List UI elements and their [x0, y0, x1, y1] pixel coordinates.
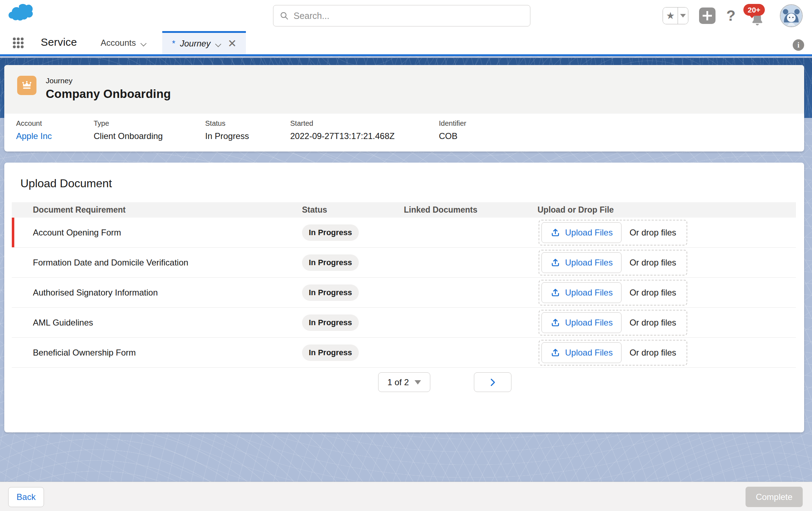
column-status: Status — [302, 205, 404, 215]
document-name: Formation Date and Domicile Verification — [12, 258, 302, 268]
header-actions: ★ ? 20+ — [663, 0, 803, 31]
document-table-body: Account Opening Form In Progress Upload … — [12, 218, 796, 368]
upload-icon — [550, 258, 560, 268]
tab-accounts-label: Accounts — [100, 38, 136, 48]
status-cell: In Progress — [302, 284, 404, 301]
field-value: COB — [439, 131, 804, 141]
upload-files-button[interactable]: Upload Files — [541, 222, 622, 243]
pagination: 1 of 2 — [4, 372, 804, 392]
field-label: Started — [290, 119, 439, 128]
upload-files-button[interactable]: Upload Files — [541, 312, 622, 333]
document-table: Document Requirement Status Linked Docum… — [12, 202, 796, 368]
column-document-requirement: Document Requirement — [12, 205, 302, 215]
document-name: AML Guidelines — [12, 318, 302, 328]
field-label: Account — [16, 119, 94, 128]
status-badge: In Progress — [302, 254, 359, 271]
field-type: Type Client Onboarding — [94, 119, 205, 141]
upload-cell: Upload Files Or drop files — [538, 220, 796, 245]
field-started: Started 2022-09-27T13:17:21.468Z — [290, 119, 439, 141]
tab-accounts[interactable]: Accounts — [91, 31, 157, 54]
drop-zone[interactable]: Upload Files Or drop files — [539, 280, 687, 306]
document-name: Beneficial Ownership Form — [12, 348, 302, 358]
next-page-button[interactable] — [474, 372, 511, 392]
global-search — [273, 5, 530, 26]
global-actions-plus-button[interactable] — [699, 8, 716, 24]
drop-zone[interactable]: Upload Files Or drop files — [539, 250, 687, 276]
status-cell: In Progress — [302, 224, 404, 241]
status-badge: In Progress — [302, 224, 359, 241]
footer-bar: Back Complete — [0, 482, 812, 511]
field-account: Account Apple Inc — [16, 119, 94, 141]
upload-files-button[interactable]: Upload Files — [541, 342, 622, 363]
table-row: AML Guidelines In Progress Upload Files … — [12, 308, 796, 338]
favorites-group: ★ — [663, 7, 688, 24]
record-title: Company Onboarding — [46, 87, 171, 101]
status-badge: In Progress — [302, 344, 359, 361]
drop-files-label: Or drop files — [629, 258, 676, 268]
document-name: Account Opening Form — [12, 228, 302, 238]
favorites-dropdown-button[interactable] — [678, 8, 688, 24]
field-status: Status In Progress — [205, 119, 290, 141]
document-name: Authorised Signatory Information — [12, 288, 302, 298]
table-row: Beneficial Ownership Form In Progress Up… — [12, 338, 796, 368]
notifications-button[interactable]: 20+ — [746, 3, 769, 28]
status-cell: In Progress — [302, 314, 404, 331]
search-input[interactable] — [294, 11, 524, 21]
upload-document-card: Upload Document Document Requirement Sta… — [4, 163, 804, 432]
drop-zone[interactable]: Upload Files Or drop files — [539, 220, 687, 245]
upload-files-label: Upload Files — [565, 318, 613, 328]
upload-cell: Upload Files Or drop files — [538, 310, 796, 336]
field-value: In Progress — [205, 131, 290, 141]
field-label: Identifier — [439, 119, 804, 128]
upload-files-label: Upload Files — [565, 288, 613, 298]
upload-cell: Upload Files Or drop files — [538, 340, 796, 366]
app-name: Service — [41, 36, 77, 54]
back-button[interactable]: Back — [8, 487, 44, 507]
upload-files-button[interactable]: Upload Files — [541, 252, 622, 273]
upload-cell: Upload Files Or drop files — [538, 250, 796, 276]
status-cell: In Progress — [302, 344, 404, 361]
column-linked-documents: Linked Documents — [404, 205, 538, 215]
upload-files-label: Upload Files — [565, 258, 613, 268]
table-header: Document Requirement Status Linked Docum… — [12, 202, 796, 218]
table-row: Authorised Signatory Information In Prog… — [12, 278, 796, 308]
status-badge: In Progress — [302, 314, 359, 331]
notification-count-badge: 20+ — [743, 4, 765, 16]
page-selector[interactable]: 1 of 2 — [378, 372, 430, 392]
upload-icon — [550, 288, 560, 298]
field-value: 2022-09-27T13:17:21.468Z — [290, 131, 439, 141]
search-icon — [280, 11, 289, 20]
upload-files-label: Upload Files — [565, 348, 613, 358]
drop-zone[interactable]: Upload Files Or drop files — [539, 340, 687, 366]
app-launcher-icon[interactable] — [13, 38, 24, 48]
chevron-down-icon[interactable] — [216, 41, 223, 46]
drop-files-label: Or drop files — [629, 348, 676, 358]
caret-down-icon — [680, 14, 686, 18]
field-identifier: Identifier COB — [439, 119, 804, 141]
help-icon[interactable]: ? — [726, 8, 736, 23]
status-cell: In Progress — [302, 254, 404, 271]
status-badge: In Progress — [302, 284, 359, 301]
tab-journey[interactable]: * Journey ✕ — [162, 31, 246, 54]
global-header: ★ ? 20+ — [0, 0, 812, 31]
record-header-card: Journey Company Onboarding Account Apple… — [4, 65, 804, 152]
table-row: Account Opening Form In Progress Upload … — [12, 218, 796, 248]
section-title: Upload Document — [4, 163, 804, 190]
close-tab-icon[interactable]: ✕ — [228, 38, 237, 49]
drop-files-label: Or drop files — [629, 228, 676, 238]
info-icon[interactable]: i — [793, 39, 804, 51]
caret-down-icon — [415, 380, 421, 385]
astro-avatar-icon — [781, 5, 802, 26]
drop-zone[interactable]: Upload Files Or drop files — [539, 310, 687, 336]
user-avatar[interactable] — [780, 4, 803, 27]
chevron-down-icon[interactable] — [141, 41, 148, 45]
account-link[interactable]: Apple Inc — [16, 131, 94, 141]
salesforce-logo-icon — [8, 3, 34, 24]
record-highlights: Account Apple Inc Type Client Onboarding… — [4, 114, 804, 141]
record-header-top: Journey Company Onboarding — [4, 65, 804, 114]
tab-journey-label: Journey — [180, 39, 211, 49]
favorite-star-button[interactable]: ★ — [663, 8, 678, 24]
complete-button[interactable]: Complete — [746, 487, 803, 507]
upload-files-button[interactable]: Upload Files — [541, 282, 622, 303]
column-upload-or-drop: Upload or Drop File — [538, 205, 796, 215]
